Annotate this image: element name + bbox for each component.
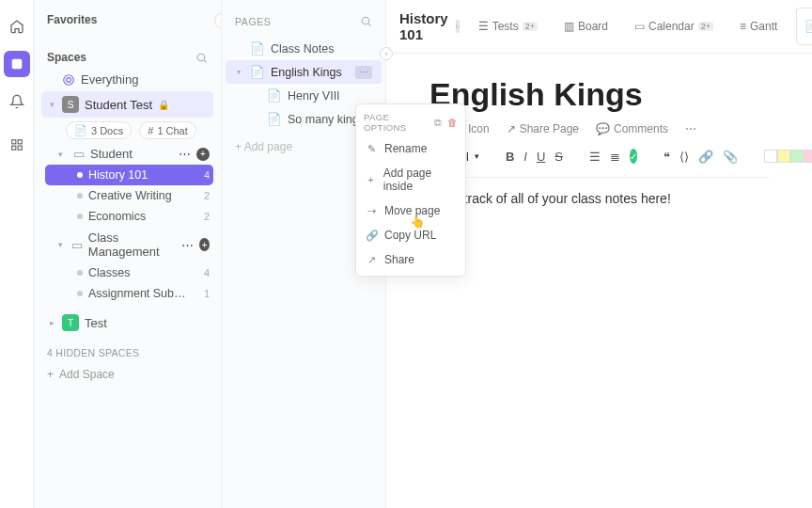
info-icon[interactable]: i [456,20,460,33]
share-icon: ↗ [507,122,516,135]
link-button[interactable]: 🔗 [698,150,713,164]
menu-share[interactable]: ↗Share [356,247,465,272]
svg-rect-4 [18,146,22,150]
board-icon: ▥ [564,20,574,33]
doc-body[interactable]: Keep track of all of your class notes he… [429,191,769,206]
space-test[interactable]: ▸ T Test [41,310,213,336]
tab-tests[interactable]: ☰Tests2+ [471,15,545,38]
attach-button[interactable]: 📎 [723,150,738,164]
chevron-down-icon[interactable]: ▾ [58,150,68,159]
link-icon: 🔗 [366,230,377,242]
spaces-icon[interactable] [4,51,30,77]
space-chips: 📄 3 Docs # 1 Chat [66,121,210,139]
page-icon: 📄 [267,112,282,126]
chevron-down-icon[interactable]: ▾ [47,100,56,109]
spaces-heading: Spaces [41,47,213,68]
sidebar: ‹ Favorites Spaces Everything ▾ S Studen… [34,0,222,508]
comment-icon: 💬 [596,122,610,135]
swatch-yellow[interactable] [777,150,790,163]
space-avatar: S [62,96,79,113]
swatch-green[interactable] [790,150,804,163]
collapse-sidebar-icon[interactable]: ‹ [214,13,222,28]
folder-label: Student [90,147,133,161]
space-label: Student Test [85,98,152,112]
view-bar: History 101 i ☰Tests2+ ▥Board ▭Calendar2… [386,0,812,54]
home-icon[interactable] [4,13,30,40]
page-class-notes[interactable]: 📄 Class Notes [226,37,382,60]
doc-more-icon[interactable]: ⋯ [685,122,696,135]
italic-button[interactable]: I [523,150,527,164]
page-more-icon[interactable]: ⋯ [355,66,372,79]
folder-class-management[interactable]: ▾ ▭ Class Management ⋯ + [45,227,213,262]
delete-icon[interactable]: 🗑 [447,117,458,128]
space-avatar: T [62,314,79,331]
docs-chip[interactable]: 📄 3 Docs [66,121,132,139]
move-icon: ⇢ [366,205,377,217]
gantt-icon: ≡ [740,20,746,33]
collapse-pages-icon[interactable]: ‹ [380,47,393,60]
doc-title[interactable]: English Kings [429,76,769,113]
search-icon[interactable] [360,15,372,27]
pages-label: PAGES [235,16,271,27]
page-icon: 📄 [267,88,282,103]
list-economics[interactable]: Economics2 [45,206,213,227]
chevron-down-icon[interactable]: ▾ [58,240,66,249]
share-page-button[interactable]: ↗Share Page [507,122,579,135]
chevron-down-icon: ▾ [475,151,479,161]
tab-class-notes[interactable]: 📄Class Notes [796,8,812,45]
add-list-icon[interactable]: + [196,148,210,161]
space-label: Test [85,316,107,330]
swatch-white[interactable] [764,150,777,163]
page-icon: 📄 [250,41,265,56]
menu-rename[interactable]: ✎Rename [356,136,465,161]
tab-gantt[interactable]: ≡Gantt [732,15,785,38]
add-space-button[interactable]: +Add Space [41,364,213,385]
plus-icon: + [47,368,54,381]
bullet-list-button[interactable]: ☰ [589,150,601,164]
strike-button[interactable]: S [554,150,563,164]
hidden-spaces-label[interactable]: 4 HIDDEN SPACES [41,336,213,364]
list-creative-writing[interactable]: Creative Writing2 [45,185,213,206]
apps-icon[interactable] [4,132,30,158]
search-icon[interactable] [195,52,208,64]
doc-icon: 📄 [804,20,812,33]
list-classes[interactable]: Classes4 [45,262,213,283]
menu-add-page-inside[interactable]: +Add page inside [356,161,465,198]
comments-button[interactable]: 💬Comments [596,122,668,135]
space-student-test[interactable]: ▾ S Student Test 🔒 [41,91,213,118]
share-icon: ↗ [366,254,377,266]
underline-button[interactable]: U [537,150,545,164]
list-history-101[interactable]: History 1014 [45,165,213,185]
everything-icon [62,73,75,87]
quote-button[interactable]: ❝ [664,150,670,164]
app-rail [0,0,34,508]
code-button[interactable]: ⟨⟩ [679,150,689,164]
svg-rect-1 [11,140,15,144]
svg-point-5 [197,54,205,61]
page-icon: 📄 [250,65,265,79]
folder-more-icon[interactable]: ⋯ [179,147,191,161]
page-english-kings[interactable]: ▾ 📄 English Kings ⋯ [226,60,382,84]
cursor-icon: 👆 [410,214,425,229]
chevron-down-icon[interactable]: ▾ [237,68,244,76]
favorites-heading: Favorites [41,9,213,30]
folder-student[interactable]: ▾ ▭ Student ⋯ + [45,143,213,165]
add-list-icon[interactable]: + [199,238,210,251]
folder-label: Class Management [88,230,170,259]
editor-toolbar: Normal▾ B I U S ☰ ≣ ✓ ❝ ⟨⟩ 🔗 📎 ≡ [429,145,769,178]
chevron-right-icon[interactable]: ▸ [47,318,56,327]
tab-calendar[interactable]: ▭Calendar2+ [627,15,721,38]
bell-icon[interactable] [4,88,30,115]
chat-chip[interactable]: # 1 Chat [139,121,196,139]
tab-board[interactable]: ▥Board [556,15,616,38]
svg-rect-0 [11,59,22,70]
everything-row[interactable]: Everything [41,68,213,91]
bold-button[interactable]: B [506,150,514,164]
check-button[interactable]: ✓ [630,149,637,164]
folder-more-icon[interactable]: ⋯ [181,238,194,252]
svg-rect-3 [11,146,15,150]
list-assignment-submission[interactable]: Assignment Submissio...1 [45,283,213,304]
swatch-pink[interactable] [804,150,812,163]
number-list-button[interactable]: ≣ [610,150,620,164]
duplicate-icon[interactable]: ⧉ [434,117,442,129]
